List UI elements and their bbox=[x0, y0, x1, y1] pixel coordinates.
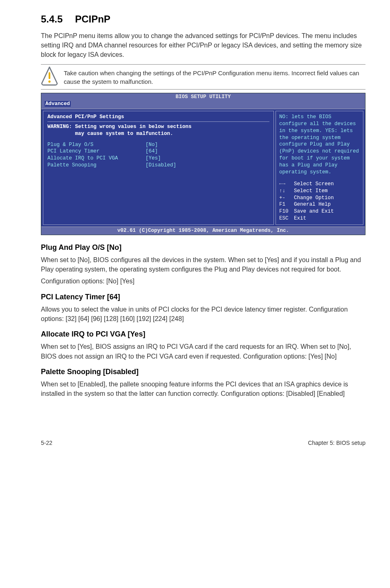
section-heading: 5.4.5PCIPnP bbox=[41, 12, 365, 26]
svg-point-1 bbox=[48, 81, 50, 83]
bios-tab-advanced: Advanced bbox=[45, 101, 71, 107]
subsection-heading: Allocate IRQ to PCI VGA [Yes] bbox=[41, 329, 365, 339]
page-number: 5-22 bbox=[41, 439, 52, 447]
body-paragraph: When set to [Enabled], the pallete snoop… bbox=[41, 379, 365, 398]
section-number: 5.4.5 bbox=[41, 12, 63, 26]
bios-key: ESC bbox=[279, 215, 294, 222]
bios-warning-line2: may cause system to malfunction. bbox=[47, 130, 269, 137]
bios-key: ←→ bbox=[279, 181, 294, 188]
bios-option-value: [No] bbox=[146, 141, 158, 148]
bios-key-desc: Change Option bbox=[294, 195, 334, 201]
bios-title: BIOS SETUP UTILITY bbox=[41, 94, 365, 101]
bios-key-desc: Select Screen bbox=[294, 181, 334, 187]
chapter-label: Chapter 5: BIOS setup bbox=[308, 439, 365, 447]
subsection-heading: Palette Snooping [Disabled] bbox=[41, 367, 365, 377]
body-paragraph: Allows you to select the value in units … bbox=[41, 305, 365, 323]
bios-option-label: Allocate IRQ to PCI VGA bbox=[47, 155, 146, 162]
bios-footer: v02.61 (C)Copyright 1985-2008, American … bbox=[41, 227, 365, 235]
bios-key-desc: Select Item bbox=[294, 188, 328, 194]
bios-key-hints: ←→Select Screen ↑↓Select Item +-Change O… bbox=[279, 181, 360, 222]
bios-key-desc: Exit bbox=[294, 215, 306, 221]
bios-option-label: Palette Snooping bbox=[47, 162, 146, 169]
bios-option-row: Plug & Play O/S [No] bbox=[47, 141, 269, 148]
bios-option-label: Plug & Play O/S bbox=[47, 141, 146, 148]
subsection-heading: Plug And Play O/S [No] bbox=[41, 242, 365, 253]
bios-key-desc: General Help bbox=[294, 202, 331, 207]
bios-key: F1 bbox=[279, 201, 294, 208]
page-footer: 5-22 Chapter 5: BIOS setup bbox=[41, 439, 365, 447]
body-paragraph: When set to [Yes], BIOS assigns an IRQ t… bbox=[41, 342, 365, 361]
bios-panel-title: Advanced PCI/PnP Settings bbox=[47, 114, 269, 121]
body-paragraph: Configuration options: [No] [Yes] bbox=[41, 276, 365, 286]
caution-text: Take caution when changing the settings … bbox=[64, 66, 365, 86]
bios-option-value: [64] bbox=[146, 148, 158, 155]
bios-header: BIOS SETUP UTILITY Advanced bbox=[41, 93, 365, 109]
caution-icon bbox=[41, 66, 58, 86]
bios-option-row: Palette Snooping [Disabled] bbox=[47, 162, 269, 169]
bios-divider bbox=[47, 121, 269, 122]
bios-key: F10 bbox=[279, 208, 294, 215]
bios-left-panel: Advanced PCI/PnP Settings WARNING: Setti… bbox=[43, 111, 274, 225]
bios-right-panel: NO: lets the BIOS configure all the devi… bbox=[276, 111, 363, 225]
bios-key: +- bbox=[279, 195, 294, 202]
body-paragraph: When set to [No], BIOS configures all th… bbox=[41, 255, 365, 274]
bios-key: ↑↓ bbox=[279, 188, 294, 195]
bios-option-value: [Yes] bbox=[146, 155, 161, 162]
caution-note: Take caution when changing the settings … bbox=[41, 64, 365, 90]
bios-screenshot: BIOS SETUP UTILITY Advanced Advanced PCI… bbox=[41, 93, 365, 235]
bios-help-text: NO: lets the BIOS configure all the devi… bbox=[279, 114, 360, 176]
bios-option-label: PCI Latency Timer bbox=[47, 148, 146, 155]
section-title: PCIPnP bbox=[75, 13, 110, 25]
bios-option-row: Allocate IRQ to PCI VGA [Yes] bbox=[47, 155, 269, 162]
bios-option-value: [Disabled] bbox=[146, 162, 176, 169]
bios-key-desc: Save and Exit bbox=[294, 209, 334, 214]
bios-option-row: PCI Latency Timer [64] bbox=[47, 148, 269, 155]
intro-paragraph: The PCIPnP menu items allow you to chang… bbox=[41, 31, 365, 60]
bios-warning-line1: WARNING: Setting wrong values in below s… bbox=[47, 123, 269, 130]
subsection-heading: PCI Latency Timer [64] bbox=[41, 292, 365, 302]
svg-rect-0 bbox=[49, 72, 50, 79]
